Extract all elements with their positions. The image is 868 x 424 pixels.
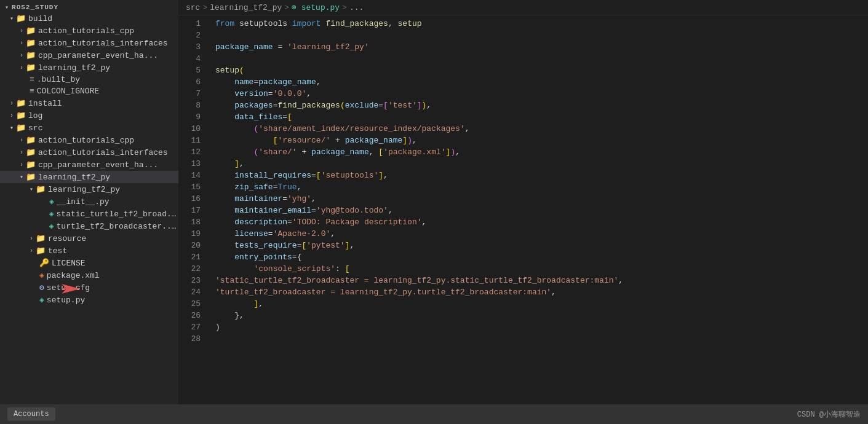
main-container: ▾ ROS2_STUDY ▾ 📁 build › 📁 action_tutori… [0, 0, 868, 404]
arrow: ▾ [20, 173, 23, 181]
py-icon: ◈ [39, 295, 44, 305]
sidebar-item-action-tutorials-interfaces-1[interactable]: › 📁 action_tutorials_interfaces [0, 37, 178, 49]
label: setup.py [47, 296, 85, 305]
label: learning_tf2_py [48, 185, 120, 194]
arrow: › [20, 28, 23, 34]
folder-icon: 📁 [26, 63, 36, 73]
folder-icon: 📁 [16, 123, 26, 133]
label: cpp_parameter_event_ha... [38, 51, 158, 60]
label: static_turtle_tf2_broad... [57, 210, 178, 219]
file-icon: ≡ [30, 75, 34, 84]
build-arrow: ▾ [10, 15, 14, 22]
label: learning_tf2_py [38, 63, 110, 73]
sidebar-item-package-xml[interactable]: ◈ package.xml [0, 269, 178, 281]
label: COLCON_IGNORE [37, 87, 99, 96]
folder-icon: 📁 [36, 234, 46, 243]
sidebar-item-action-tutorials-interfaces-2[interactable]: › 📁 action_tutorials_interfaces [0, 146, 178, 159]
sidebar-item-learning-tf2-py-1[interactable]: › 📁 learning_tf2_py [0, 61, 178, 74]
root-arrow: ▾ [5, 4, 9, 11]
sidebar-root[interactable]: ▾ ROS2_STUDY [0, 2, 178, 12]
py-icon: ◈ [49, 221, 54, 231]
accounts-button[interactable]: Accounts [7, 407, 55, 421]
build-label: build [28, 14, 52, 23]
sidebar-item-license[interactable]: 🔑 LICENSE [0, 257, 178, 269]
sep3: > [342, 3, 347, 12]
sidebar-item-src[interactable]: ▾ 📁 src [0, 122, 178, 134]
sidebar-item-cpp-param-2[interactable]: › 📁 cpp_parameter_event_ha... [0, 159, 178, 171]
arrow: ▾ [10, 124, 14, 132]
sidebar-item-cpp-param-1[interactable]: › 📁 cpp_parameter_event_ha... [0, 49, 178, 61]
label: resource [48, 234, 86, 243]
label: action_tutorials_cpp [38, 136, 134, 145]
label: install [28, 99, 62, 108]
folder-icon: 📁 [16, 98, 26, 108]
folder-icon: 📁 [16, 14, 26, 23]
label: LICENSE [52, 259, 86, 268]
arrow: › [20, 149, 23, 156]
sidebar-item-test[interactable]: › 📁 test [0, 245, 178, 257]
breadcrumb-pkg: learning_tf2_py [210, 3, 282, 12]
sidebar-item-turtle-tf2[interactable]: ◈ turtle_tf2_broadcaster.... [0, 220, 178, 232]
label: test [48, 246, 67, 256]
label: turtle_tf2_broadcaster.... [57, 222, 178, 231]
arrow: › [10, 100, 14, 107]
sidebar-item-install[interactable]: › 📁 install [0, 97, 178, 109]
root-label: ROS2_STUDY [12, 4, 58, 11]
sidebar-item-init-py[interactable]: ◈ __init__.py [0, 195, 178, 208]
code-content: from setuptools import find_packages, se… [205, 15, 868, 404]
sidebar-item-resource[interactable]: › 📁 resource [0, 232, 178, 245]
arrow: › [20, 52, 23, 59]
sidebar: ▾ ROS2_STUDY ▾ 📁 build › 📁 action_tutori… [0, 0, 178, 404]
sidebar-item-action-tutorials-cpp-2[interactable]: › 📁 action_tutorials_cpp [0, 134, 178, 146]
arrow: › [30, 248, 33, 254]
folder-icon: 📁 [26, 26, 36, 36]
sidebar-item-setup-cfg[interactable]: ⚙ setup.cfg [0, 281, 178, 294]
arrow: › [20, 162, 23, 168]
arrow: › [10, 112, 14, 119]
arrow: › [30, 235, 33, 242]
label: src [28, 124, 42, 133]
arrow: › [20, 40, 23, 47]
label: __init__.py [57, 197, 109, 206]
folder-icon: 📁 [36, 246, 46, 256]
sidebar-item-built-by[interactable]: ≡ .built_by [0, 74, 178, 85]
sidebar-item-learning-tf2-py-inner[interactable]: ▾ 📁 learning_tf2_py [0, 183, 178, 195]
arrow: ▾ [30, 186, 33, 193]
label: package.xml [47, 271, 100, 280]
arrow: › [20, 137, 23, 144]
sidebar-item-setup-py[interactable]: ◈ setup.py [0, 294, 178, 306]
py-icon: ◈ [49, 197, 54, 206]
license-icon: 🔑 [39, 258, 49, 268]
py-icon: ◈ [49, 209, 54, 219]
bottom-left: Accounts [7, 407, 55, 421]
folder-icon: 📁 [26, 160, 36, 170]
sidebar-item-log[interactable]: › 📁 log [0, 109, 178, 122]
code-area[interactable]: 1234567891011121314151617181920212223242… [178, 15, 868, 404]
folder-icon: 📁 [26, 38, 36, 48]
folder-icon: 📁 [16, 111, 26, 120]
breadcrumb-src: src [186, 3, 200, 12]
label: learning_tf2_py [38, 173, 110, 182]
file-icon: ≡ [30, 87, 34, 96]
watermark: CSDN @小海聊智造 [797, 409, 861, 420]
sidebar-item-static-turtle[interactable]: ◈ static_turtle_tf2_broad... [0, 208, 178, 220]
folder-icon: 📁 [26, 50, 36, 60]
label: cpp_parameter_event_ha... [38, 160, 158, 170]
arrow: › [20, 65, 23, 71]
sidebar-item-learning-tf2-py-src[interactable]: ▾ 📁 learning_tf2_py [0, 171, 178, 183]
label: setup.cfg [47, 283, 90, 292]
sep2: > [284, 3, 289, 12]
breadcrumb-file: ⊗ setup.py [292, 2, 340, 12]
sidebar-item-colcon-ignore[interactable]: ≡ COLCON_IGNORE [0, 85, 178, 97]
editor: src > learning_tf2_py > ⊗ setup.py > ...… [178, 0, 868, 404]
sidebar-item-action-tutorials-cpp-1[interactable]: › 📁 action_tutorials_cpp [0, 25, 178, 37]
bottom-bar: Accounts CSDN @小海聊智造 [0, 404, 868, 424]
cfg-icon: ⚙ [39, 283, 44, 292]
folder-icon: 📁 [26, 135, 36, 145]
folder-icon: 📁 [26, 147, 36, 157]
xml-icon: ◈ [39, 270, 44, 280]
breadcrumb-dots: ... [349, 3, 364, 12]
sidebar-item-build[interactable]: ▾ 📁 build [0, 12, 178, 25]
folder-icon: 📁 [36, 184, 46, 194]
label: action_tutorials_interfaces [38, 39, 168, 48]
